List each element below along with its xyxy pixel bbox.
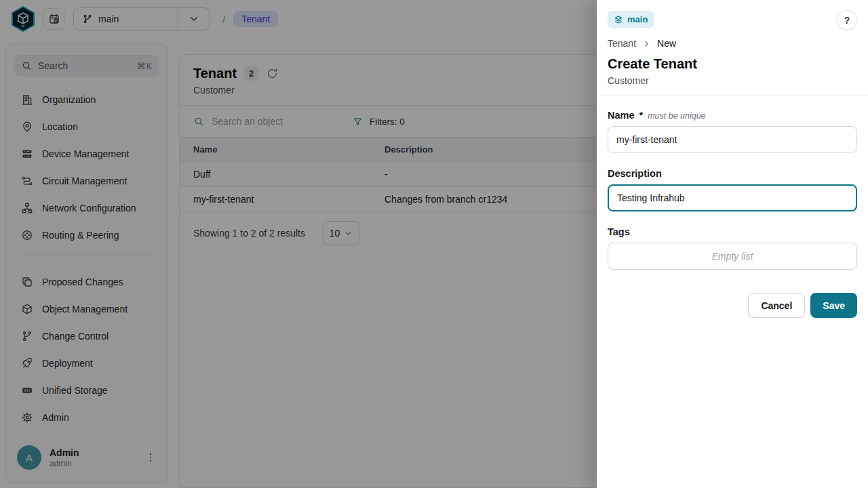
drawer-breadcrumb: Tenant New bbox=[608, 38, 857, 49]
required-marker: * bbox=[639, 110, 644, 121]
drawer-title: Create Tenant bbox=[608, 56, 857, 72]
cancel-button[interactable]: Cancel bbox=[748, 293, 805, 318]
name-field-group: Name * must be unique bbox=[608, 110, 857, 153]
breadcrumb-current: New bbox=[657, 38, 676, 49]
help-button[interactable]: ? bbox=[837, 10, 857, 30]
layers-icon bbox=[614, 15, 623, 24]
tags-field-group: Tags bbox=[608, 226, 857, 270]
description-field-group: Description bbox=[608, 168, 857, 211]
drawer-header: main ? Tenant New Create Tenant Customer bbox=[597, 0, 868, 96]
chevron-right-icon bbox=[642, 39, 651, 48]
description-label: Description bbox=[608, 168, 662, 179]
branch-badge-label: main bbox=[627, 14, 648, 24]
drawer-subtitle: Customer bbox=[608, 75, 857, 86]
tags-input[interactable] bbox=[608, 243, 857, 270]
name-hint: must be unique bbox=[648, 111, 705, 121]
app-window: main / Tenant Search ⌘K bbox=[0, 0, 868, 488]
form-actions: Cancel Save bbox=[608, 293, 857, 318]
breadcrumb-parent[interactable]: Tenant bbox=[608, 38, 636, 49]
save-button[interactable]: Save bbox=[810, 293, 857, 318]
create-tenant-drawer: main ? Tenant New Create Tenant Customer… bbox=[597, 0, 868, 488]
name-input[interactable] bbox=[608, 126, 857, 153]
branch-badge: main bbox=[608, 11, 654, 28]
tags-label: Tags bbox=[608, 226, 630, 237]
create-tenant-form: Name * must be unique Description Tags bbox=[597, 96, 868, 331]
description-input[interactable] bbox=[608, 184, 857, 211]
name-label: Name bbox=[608, 110, 635, 121]
